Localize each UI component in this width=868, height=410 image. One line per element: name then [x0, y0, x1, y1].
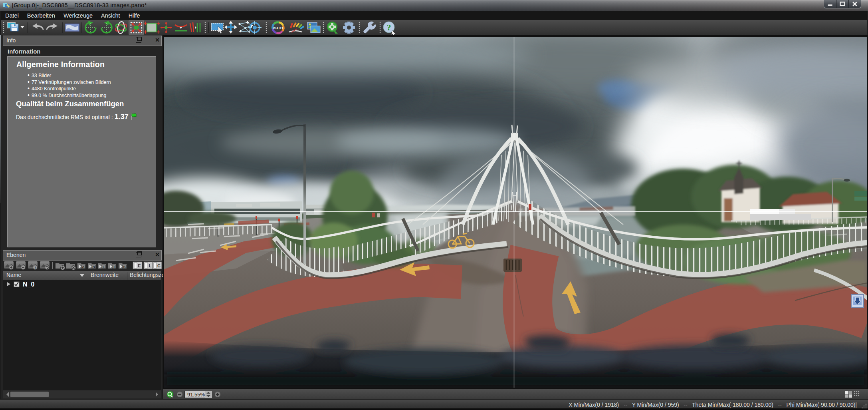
svg-text:T: T	[113, 265, 115, 269]
svg-text:C: C	[157, 263, 161, 268]
svg-text:?: ?	[387, 22, 391, 32]
svg-text:AUTO: AUTO	[273, 26, 283, 30]
svg-text:F: F	[103, 265, 105, 269]
svg-text:E: E	[138, 263, 141, 268]
svg-text:L: L	[149, 263, 152, 268]
svg-text:B: B	[92, 265, 95, 269]
svg-text:S: S	[123, 265, 126, 269]
svg-text:A: A	[82, 265, 84, 269]
